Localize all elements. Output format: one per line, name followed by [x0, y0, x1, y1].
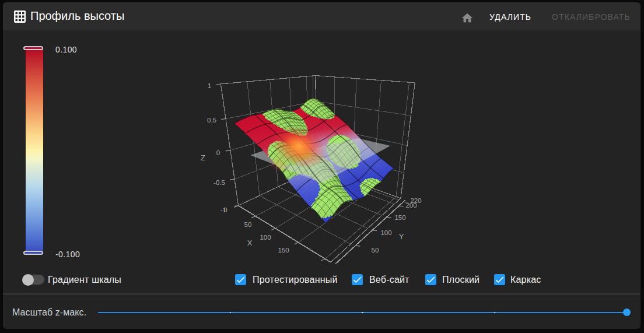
svg-text:0.5: 0.5 — [207, 117, 216, 124]
svg-text:1: 1 — [208, 82, 211, 89]
svg-text:0: 0 — [216, 149, 220, 156]
svg-text:-0.5: -0.5 — [214, 179, 225, 186]
svg-text:150: 150 — [278, 247, 289, 254]
svg-text:50: 50 — [244, 221, 252, 228]
svg-text:Z: Z — [201, 153, 205, 162]
svg-text:X: X — [247, 239, 253, 247]
svg-text:150: 150 — [394, 214, 405, 221]
svg-text:100: 100 — [260, 234, 271, 241]
svg-text:Y: Y — [399, 232, 404, 241]
svg-text:50: 50 — [372, 247, 379, 254]
svg-text:220: 220 — [410, 197, 421, 204]
svg-text:100: 100 — [380, 229, 391, 236]
svg-text:0: 0 — [223, 206, 227, 213]
